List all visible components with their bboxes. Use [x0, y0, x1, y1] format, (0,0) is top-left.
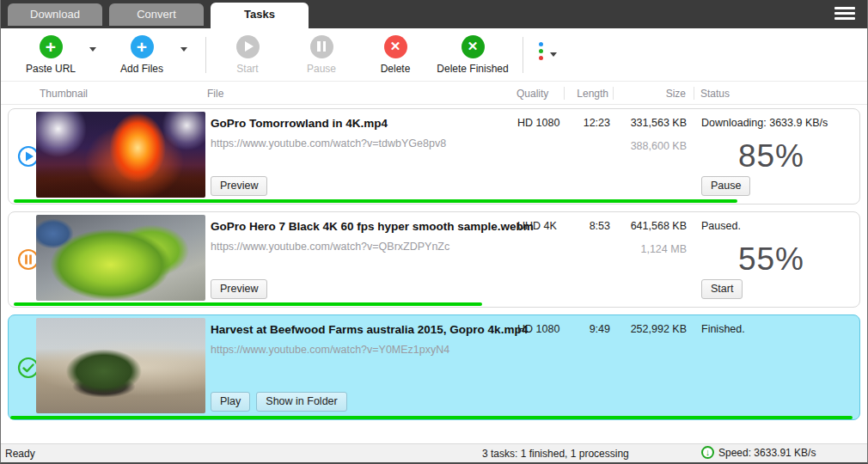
start-label: Start: [236, 63, 258, 75]
progress-bar: [14, 199, 737, 203]
hamburger-menu-icon[interactable]: [834, 7, 855, 22]
status-text: Paused.: [701, 220, 741, 232]
status-text: Downloading: 3633.9 KB/s: [701, 117, 828, 129]
length-value: 8:53: [550, 220, 610, 232]
progress-percent: 85%: [738, 138, 804, 174]
column-size[interactable]: Size: [606, 88, 686, 100]
add-files-button[interactable]: + Add Files: [111, 35, 173, 75]
paste-url-button[interactable]: + Paste URL: [20, 35, 82, 75]
plus-icon: +: [131, 35, 154, 58]
column-divider: [564, 87, 565, 100]
toolbar-separator: [523, 37, 523, 73]
size-total: 388,600 KB: [614, 140, 687, 152]
task-row-finished-selected[interactable]: Harvest at Beefwood Farms australia 2015…: [8, 314, 860, 420]
status-ready: Ready: [5, 448, 35, 460]
length-value: 12:23: [550, 117, 610, 129]
column-divider: [694, 87, 694, 100]
preview-button[interactable]: Preview: [211, 279, 267, 299]
delete-label: Delete: [381, 63, 411, 75]
plus-icon: +: [40, 35, 63, 58]
three-dots-icon: [539, 42, 543, 60]
tab-convert[interactable]: Convert: [109, 3, 204, 26]
add-files-label: Add Files: [120, 63, 163, 75]
chevron-down-icon: [550, 52, 557, 57]
paste-url-dropdown[interactable]: [82, 33, 104, 67]
task-list: GoPro Tomorrowland in 4K.mp4 https://www…: [1, 105, 867, 427]
size-downloaded: 641,568 KB: [614, 220, 687, 232]
task-row-downloading[interactable]: GoPro Tomorrowland in 4K.mp4 https://www…: [8, 108, 860, 205]
progress-bar: [14, 302, 482, 306]
start-button[interactable]: Start: [217, 35, 278, 75]
options-menu-button[interactable]: [539, 49, 557, 60]
start-task-button[interactable]: Start: [701, 279, 743, 299]
column-length[interactable]: Length: [542, 88, 608, 100]
progress-percent: 55%: [738, 241, 804, 278]
add-files-dropdown[interactable]: [173, 33, 195, 67]
progress-bar: [10, 416, 853, 419]
status-text: Finished.: [701, 323, 745, 335]
play-button[interactable]: Play: [211, 392, 250, 412]
status-bar: Ready 3 tasks: 1 finished, 1 processing …: [1, 443, 867, 462]
size-total: 1,124 MB: [614, 243, 687, 255]
task-row-paused[interactable]: GoPro Hero 7 Black 4K 60 fps hyper smoot…: [8, 211, 860, 308]
video-thumbnail-fireworks: [36, 112, 205, 198]
tab-tasks[interactable]: Tasks: [211, 3, 309, 28]
pause-label: Pause: [307, 63, 336, 75]
file-title: Harvest at Beefwood Farms australia 2015…: [211, 323, 528, 336]
column-file[interactable]: File: [207, 88, 223, 100]
show-in-folder-button[interactable]: Show in Folder: [256, 392, 346, 412]
pause-icon: [310, 35, 333, 58]
play-icon: [236, 35, 260, 58]
tab-download[interactable]: Download: [8, 3, 102, 26]
size-downloaded: 331,563 KB: [614, 117, 687, 129]
chevron-down-icon: [180, 47, 187, 52]
chevron-down-icon: [89, 47, 96, 52]
delete-finished-label: Delete Finished: [437, 63, 508, 75]
column-thumbnail[interactable]: Thumbnail: [40, 88, 88, 100]
download-speed-icon: ↓: [701, 446, 714, 459]
column-status[interactable]: Status: [700, 88, 730, 100]
toolbar: + Paste URL + Add Files Start Pause ✕ De…: [1, 28, 867, 82]
file-title: GoPro Tomorrowland in 4K.mp4: [211, 117, 388, 130]
pause-button[interactable]: Pause: [290, 35, 352, 75]
delete-finished-button[interactable]: ✕ Delete Finished: [433, 35, 512, 75]
source-url: https://www.youtube.com/watch?v=Y0MEz1px…: [211, 344, 449, 356]
status-speed: Speed: 3633.91 KB/s: [718, 447, 816, 459]
video-thumbnail-tractor: [36, 318, 205, 413]
app-window: Download Convert Tasks + Paste URL + Add…: [0, 0, 868, 464]
preview-button[interactable]: Preview: [211, 176, 267, 196]
tab-bar: Download Convert Tasks: [1, 0, 867, 28]
delete-button[interactable]: ✕ Delete: [364, 35, 426, 75]
size-downloaded: 252,992 KB: [614, 323, 687, 335]
column-divider: [613, 87, 614, 100]
video-thumbnail-flowers: [36, 215, 205, 301]
column-header-row: Thumbnail File Quality Length Size Statu…: [1, 82, 867, 105]
status-task-summary: 3 tasks: 1 finished, 1 processing: [482, 448, 629, 460]
file-title: GoPro Hero 7 Black 4K 60 fps hyper smoot…: [211, 220, 534, 233]
length-value: 9:49: [550, 323, 610, 335]
paste-url-label: Paste URL: [26, 63, 76, 75]
pause-task-button[interactable]: Pause: [701, 176, 750, 196]
toolbar-separator: [205, 37, 206, 73]
x-icon: ✕: [384, 35, 407, 58]
source-url: https://www.youtube.com/watch?v=tdwbYGe8…: [211, 137, 446, 150]
x-icon: ✕: [462, 35, 485, 58]
source-url: https://www.youtube.com/watch?v=QBrxZDPY…: [211, 241, 449, 253]
